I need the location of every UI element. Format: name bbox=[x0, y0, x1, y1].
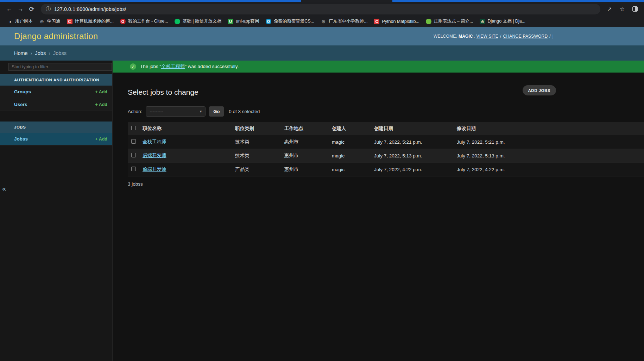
sidebar-item-users[interactable]: Users + Add bbox=[0, 98, 112, 111]
row-checkbox[interactable] bbox=[131, 167, 136, 171]
user-tools: WELCOME, MAGIC. VIEW SITE / CHANGE PASSW… bbox=[434, 27, 553, 45]
browser-toolbar: ← → ⟳ ⓘ 127.0.0.1:8000/admin/jobs/jobs/ … bbox=[0, 2, 644, 16]
message-object-link[interactable]: 全栈工程师 bbox=[161, 64, 185, 69]
users-link[interactable]: Users bbox=[14, 102, 27, 107]
column-header-modified[interactable]: 修改日期 bbox=[453, 122, 644, 135]
column-header-name[interactable]: 职位名称 bbox=[139, 122, 232, 135]
bookmark-label: 正则表达式 – 简介... bbox=[434, 18, 473, 24]
bookmark-label: 用户脚本 bbox=[15, 18, 33, 24]
job-creator-cell: magic bbox=[328, 163, 371, 176]
bookmark-item[interactable]: ⊕ 学习通 bbox=[36, 17, 63, 25]
add-jobss-link[interactable]: + Add bbox=[95, 137, 107, 142]
bookmark-item[interactable]: 基础 | 微信开放文档 bbox=[172, 17, 224, 25]
bookmark-item[interactable]: O 免费的渐变背景CS... bbox=[263, 17, 317, 25]
bookmark-item[interactable]: dj Django 文档 | Dja... bbox=[477, 17, 528, 25]
job-created-cell: July 7, 2022, 5:13 p.m. bbox=[371, 149, 453, 163]
job-creator-cell: magic bbox=[328, 135, 371, 149]
bookmark-item[interactable]: ◑ 用户脚本 bbox=[4, 17, 36, 25]
job-category-cell: 技术类 bbox=[232, 149, 281, 163]
address-bar[interactable]: ⓘ 127.0.0.1:8000/admin/jobs/jobs/ bbox=[41, 4, 600, 14]
welcome-period: . bbox=[474, 34, 475, 39]
bookmark-label: uni-app官网 bbox=[236, 18, 259, 24]
username: MAGIC bbox=[459, 34, 473, 39]
action-select[interactable]: --------- ▾ bbox=[146, 106, 206, 117]
bookmark-item[interactable]: U uni-app官网 bbox=[225, 17, 262, 25]
django-icon: dj bbox=[480, 19, 485, 24]
bookmark-label: Django 文档 | Dja... bbox=[488, 18, 525, 24]
admin-header: Django administration WELCOME, MAGIC. VI… bbox=[0, 27, 644, 45]
sidebar-collapse-toggle[interactable]: « bbox=[2, 185, 6, 193]
sidebar-item-jobss[interactable]: Jobss + Add bbox=[0, 133, 112, 145]
page-info-icon[interactable]: ⓘ bbox=[46, 6, 51, 12]
selection-counter: 0 of 3 selected bbox=[229, 109, 260, 114]
page-title: Select jobs to change bbox=[128, 88, 644, 97]
uniapp-icon: U bbox=[228, 19, 233, 24]
jobss-link[interactable]: Jobss bbox=[14, 136, 28, 142]
side-panel-icon[interactable] bbox=[631, 5, 639, 13]
job-location-cell: 惠州市 bbox=[281, 135, 328, 149]
jobs-module: JOBS Jobss + Add bbox=[0, 122, 112, 145]
user-tools-separator: / bbox=[500, 34, 501, 39]
user-tools-separator: / bbox=[549, 34, 551, 39]
job-modified-cell: July 7, 2022, 4:22 p.m. bbox=[453, 163, 644, 176]
column-header-created[interactable]: 创建日期 bbox=[371, 122, 453, 135]
job-name-link[interactable]: 全栈工程师 bbox=[143, 139, 166, 144]
bookmark-star-icon[interactable]: ☆ bbox=[618, 5, 626, 13]
job-name-link[interactable]: 后端开发师 bbox=[143, 153, 166, 158]
reload-icon[interactable]: ⟳ bbox=[26, 4, 37, 15]
sidebar-item-groups[interactable]: Groups + Add bbox=[0, 86, 112, 98]
table-row: 前端开发师 产品类 惠州市 magic July 7, 2022, 4:22 p… bbox=[128, 163, 644, 176]
bookmark-label: 基础 | 微信开放文档 bbox=[183, 18, 221, 24]
breadcrumb-separator: › bbox=[49, 50, 50, 56]
success-text-prefix: The jobs “ bbox=[140, 64, 161, 69]
breadcrumb: Home › Jobs › Jobss bbox=[0, 45, 644, 61]
site-title-link[interactable]: Django administration bbox=[14, 31, 98, 41]
select-all-checkbox[interactable] bbox=[131, 126, 136, 130]
success-text-suffix: ” was added successfully. bbox=[185, 64, 239, 69]
results-table: 职位名称 职位类别 工作地点 创建人 创建日期 修改日期 全栈工程师 技术类 bbox=[128, 122, 644, 176]
add-jobs-button[interactable]: ADD JOBS bbox=[523, 85, 556, 95]
bookmark-item[interactable]: 正则表达式 – 简介... bbox=[423, 17, 476, 25]
paginator: 3 jobss bbox=[128, 181, 644, 194]
add-groups-link[interactable]: + Add bbox=[95, 89, 107, 94]
success-text: The jobs “全栈工程师” was added successfully. bbox=[140, 63, 239, 70]
row-checkbox[interactable] bbox=[131, 139, 136, 144]
active-tab-fragment bbox=[301, 0, 392, 2]
action-label: Action: bbox=[128, 109, 142, 114]
go-button[interactable]: Go bbox=[209, 106, 224, 117]
column-header-creator[interactable]: 创建人 bbox=[328, 122, 371, 135]
auth-module: AUTHENTICATION AND AUTHORIZATION Groups … bbox=[0, 74, 112, 111]
share-icon[interactable]: ↗ bbox=[605, 5, 614, 13]
url-text: 127.0.0.1:8000/admin/jobs/jobs/ bbox=[54, 6, 126, 12]
job-location-cell: 惠州市 bbox=[281, 149, 328, 163]
row-checkbox[interactable] bbox=[131, 153, 136, 157]
main-content: ✓ The jobs “全栈工程师” was added successfull… bbox=[113, 61, 644, 361]
tab-strip bbox=[0, 0, 644, 2]
job-category-cell: 技术类 bbox=[232, 135, 281, 149]
breadcrumb-jobs-link[interactable]: Jobs bbox=[35, 50, 46, 56]
job-name-link[interactable]: 前端开发师 bbox=[143, 167, 166, 172]
bookmark-item[interactable]: ⊕ 广东省中小学教师... bbox=[318, 17, 370, 25]
bookmark-item[interactable]: G 我的工作台 - Gitee... bbox=[117, 17, 171, 25]
gradient-icon: O bbox=[266, 19, 271, 24]
sidebar-filter-input[interactable] bbox=[8, 63, 112, 71]
table-row: 全栈工程师 技术类 惠州市 magic July 7, 2022, 5:21 p… bbox=[128, 135, 644, 149]
forward-icon[interactable]: → bbox=[15, 4, 26, 15]
bookmark-item[interactable]: C Python Matplotlib... bbox=[371, 18, 422, 25]
logout-link[interactable]: LOG OUT bbox=[553, 34, 553, 39]
change-password-link[interactable]: CHANGE PASSWORD bbox=[503, 34, 548, 39]
column-header-category[interactable]: 职位类别 bbox=[232, 122, 281, 135]
bookmark-item[interactable]: C 计算机魔术师的博... bbox=[64, 17, 116, 25]
bookmark-label: 我的工作台 - Gitee... bbox=[128, 18, 168, 24]
add-users-link[interactable]: + Add bbox=[95, 102, 107, 107]
groups-link[interactable]: Groups bbox=[14, 89, 31, 94]
toolbar-right-icons: ↗ ☆ bbox=[604, 5, 640, 13]
table-row: 后端开发师 技术类 惠州市 magic July 7, 2022, 5:13 p… bbox=[128, 149, 644, 163]
breadcrumb-home-link[interactable]: Home bbox=[14, 50, 28, 56]
column-header-location[interactable]: 工作地点 bbox=[281, 122, 328, 135]
back-icon[interactable]: ← bbox=[4, 4, 15, 15]
view-site-link[interactable]: VIEW SITE bbox=[476, 34, 498, 39]
changelist-content: Select jobs to change ADD JOBS Action: -… bbox=[113, 73, 644, 194]
bookmark-label: 广东省中小学教师... bbox=[329, 18, 367, 24]
success-message: ✓ The jobs “全栈工程师” was added successfull… bbox=[113, 61, 644, 73]
